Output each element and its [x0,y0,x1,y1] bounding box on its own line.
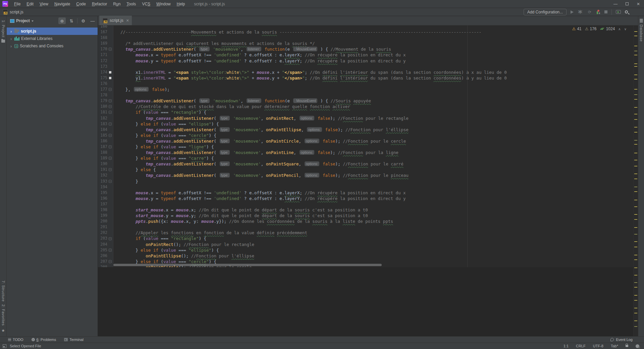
code-line-189[interactable]: 189− } else if (value === "carre") { [98,155,638,161]
run-anything-icon[interactable] [616,10,621,14]
tree-item-external-libraries[interactable]: ›External Libraries [7,35,98,42]
fold-icon[interactable]: − [109,168,112,171]
code-line-188[interactable]: 188 tmp_canvas.addEventListener( type: '… [98,150,638,155]
project-toolwindow-icon[interactable] [1,40,5,43]
warning-stripe-mark[interactable] [634,255,637,255]
code-line-168[interactable]: 168 [98,35,638,41]
fold-icon[interactable]: − [109,99,112,102]
code-line-206[interactable]: 206 onPaintEllipse(); //Fonction pour l'… [98,253,638,259]
file-encoding[interactable]: UTF-8 [593,344,603,348]
code-line-184[interactable]: 184 tmp_canvas.addEventListener( type: '… [98,127,638,133]
favorites-star-icon[interactable]: ★ [1,328,5,333]
code-line-172[interactable]: 172 mouse.y = typeof e.offsetY !== 'unde… [98,58,638,64]
warning-stripe-mark[interactable] [634,179,637,179]
minimize-icon[interactable]: — [610,0,621,8]
tree-item-script-js[interactable]: ›script.js [7,28,98,35]
next-problem-icon[interactable]: ∨ [624,27,627,31]
error-stripe[interactable] [633,26,638,336]
database-icon[interactable] [640,19,643,20]
line-separator[interactable]: CRLF [576,344,586,348]
tool-stripe-favorites[interactable]: 2: Favorites [1,304,5,326]
inspections-widget[interactable]: ⚠ 41 ⚠ 176 ✔✔ 1024 ∧ ∨ [571,27,628,31]
warning-stripe-mark[interactable] [634,206,637,207]
warning-stripe-mark[interactable] [634,99,637,100]
warning-stripe-mark[interactable] [634,247,637,247]
lock-icon[interactable] [626,345,628,347]
code-line-167[interactable]: 167 //--------------------------Mouvemen… [98,29,638,35]
code-line-193[interactable]: 193− } [98,179,638,184]
inspections-profile-icon[interactable] [636,344,639,348]
warning-stripe-mark[interactable] [634,267,637,268]
menu-item-help[interactable]: Help [174,1,188,7]
run-icon[interactable] [571,10,574,14]
code-line-186[interactable]: 186 tmp_canvas.addEventListener( type: '… [98,138,638,144]
gear-icon[interactable]: ⚙ [79,17,87,24]
code-line-199[interactable]: 199 start_mouse.y = mouse.y; //On dit qu… [98,213,638,218]
warning-stripe-mark[interactable] [634,46,637,46]
warning-stripe-mark[interactable] [634,79,637,80]
expand-chevron-icon[interactable]: › [9,36,13,41]
code-line-201[interactable]: 201 [98,224,638,230]
maximize-icon[interactable] [621,0,633,8]
horizontal-scrollbar[interactable] [113,264,382,266]
warning-stripe-mark[interactable] [634,313,637,313]
menu-item-vcs[interactable]: VCS [139,1,153,7]
menu-item-tools[interactable]: Tools [123,1,139,7]
warning-stripe-mark[interactable] [634,275,637,276]
warning-stripe-mark[interactable] [634,66,637,67]
profiler-icon[interactable] [596,10,600,14]
warning-stripe-mark[interactable] [634,308,637,308]
warning-stripe-mark[interactable] [634,200,637,200]
code-editor[interactable]: 166167 //--------------------------Mouve… [98,26,638,267]
fold-icon[interactable]: − [109,145,112,148]
add-configuration-button[interactable]: Add Configuration... [524,9,567,15]
toolwindow-button-6-problems[interactable]: !6: Problems [32,338,56,342]
menu-item-window[interactable]: Window [153,1,174,7]
fold-icon[interactable]: − [109,122,112,126]
menu-item-file[interactable]: File [11,1,23,7]
warning-stripe-mark[interactable] [634,114,637,114]
warning-stripe-mark[interactable] [634,214,637,215]
fold-icon[interactable]: − [109,180,112,183]
hide-panel-icon[interactable]: — [89,17,96,24]
code-line-196[interactable]: 196 mouse.y = typeof e.offsetY !== 'unde… [98,196,638,201]
menu-item-edit[interactable]: Edit [23,1,37,7]
warning-stripe-mark[interactable] [634,127,637,128]
warning-stripe-mark[interactable] [634,132,637,133]
fold-icon[interactable]: − [109,88,112,91]
breadcrumb[interactable]: JS script.js [3,9,23,14]
code-line-175[interactable]: 175 y1.innerHTML = "<span style=\"color:… [98,75,638,81]
stop-icon[interactable] [604,10,607,13]
fold-icon[interactable]: − [109,111,112,114]
locate-file-icon[interactable]: ⊕ [58,17,66,24]
warning-stripe-mark[interactable] [634,295,637,296]
warning-stripe-mark[interactable] [634,187,637,187]
fold-icon[interactable]: − [109,237,112,240]
toolwindow-switcher-icon[interactable] [3,344,6,348]
fold-icon[interactable]: − [109,105,112,108]
warning-stripe-mark[interactable] [634,89,637,90]
warning-stripe-mark[interactable] [634,140,637,141]
warning-stripe-mark[interactable] [634,94,637,95]
warning-stripe-mark[interactable] [634,173,637,174]
warnings-indicator[interactable]: ⚠ 41 [572,27,582,31]
warning-stripe-mark[interactable] [634,63,637,64]
menu-item-code[interactable]: Code [73,1,89,7]
prev-problem-icon[interactable]: ∧ [618,27,621,31]
warning-stripe-mark[interactable] [634,31,637,32]
code-line-174[interactable]: 174 x1.innerHTML = "<span style=\"color:… [98,69,638,75]
code-line-190[interactable]: 190 tmp_canvas.addEventListener( type: '… [98,161,638,167]
warning-stripe-mark[interactable] [634,191,637,192]
code-line-192[interactable]: 192 tmp_canvas.addEventListener( type: '… [98,172,638,178]
code-line-203[interactable]: 203− if (value === "rectangle") { [98,236,638,241]
fold-icon[interactable]: − [109,134,112,137]
toolwindow-button-terminal[interactable]: >_Terminal [64,338,84,342]
typos-indicator[interactable]: ✔✔ 1024 [600,27,615,31]
tool-stripe-project[interactable]: 1: Project [1,20,5,37]
warning-stripe-mark[interactable] [634,320,637,321]
breadcrumb-file[interactable]: script.js [10,10,23,14]
menu-item-refactor[interactable]: Refactor [89,1,110,7]
event-log-button[interactable]: Event Log [610,338,633,342]
code-line-202[interactable]: 202 //Appeler les fonctions en fonction … [98,230,638,236]
collapse-all-icon[interactable]: ⇅ [68,17,75,24]
